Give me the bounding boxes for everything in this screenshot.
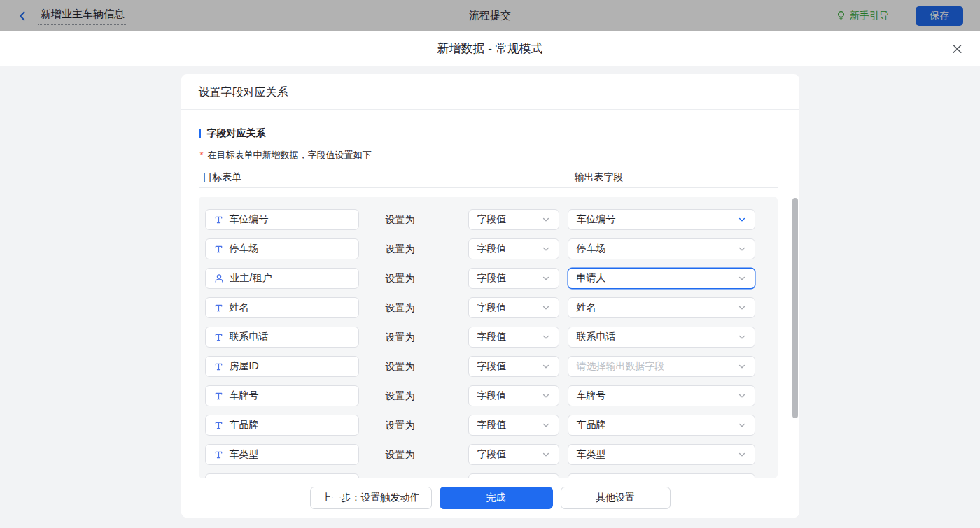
mapping-row: 姓名设置为字段值姓名	[199, 293, 778, 322]
value-type-select[interactable]: 字段值	[468, 238, 559, 259]
output-field-select-value: 车位编号	[577, 213, 616, 226]
value-type-select[interactable]: 字段值	[468, 444, 559, 465]
output-field-select-value: 联系电话	[577, 331, 616, 343]
target-field-label: 业主/租户	[230, 272, 272, 285]
output-field-select[interactable]: 联系电话	[568, 327, 755, 348]
topbar: 新增业主车辆信息 流程提交 新手引导 保存	[0, 0, 980, 31]
output-field-select[interactable]: 车牌号	[568, 385, 755, 406]
card-content: 字段对应关系 * 在目标表单中新增数据，字段值设置如下 目标表单 输出表字段 车…	[181, 128, 799, 478]
text-field-icon	[214, 392, 223, 401]
prev-step-button[interactable]: 上一步：设置触发动作	[310, 487, 432, 509]
output-field-select[interactable]: 车类型	[568, 444, 755, 465]
output-field-select-value: 车类型	[577, 448, 606, 461]
set-as-label: 设置为	[386, 411, 415, 440]
target-field-label: 车品牌	[230, 419, 259, 431]
mapping-row: 业主/租户设置为字段值申请人	[199, 264, 778, 293]
chevron-down-icon	[738, 421, 746, 429]
chevron-down-icon	[738, 245, 746, 253]
chevron-down-icon	[738, 392, 746, 400]
target-field-box[interactable]: 房屋ID	[205, 356, 359, 377]
value-type-select-value: 字段值	[477, 360, 507, 373]
output-field-select[interactable]: 请选择输出数据字段	[568, 356, 755, 377]
set-as-label: 设置为	[386, 234, 415, 264]
target-field-label: 联系电话	[230, 331, 269, 343]
chevron-down-icon	[738, 450, 746, 459]
beginner-guide-link[interactable]: 新手引导	[836, 10, 889, 22]
mapping-row: 联系电话设置为字段值联系电话	[199, 322, 778, 352]
set-as-label: 设置为	[386, 293, 415, 322]
set-as-label: 设置为	[386, 322, 415, 352]
chevron-down-icon	[542, 362, 550, 371]
target-field-box[interactable]: 车牌号	[205, 385, 359, 406]
target-field-box[interactable]: 车品牌	[205, 415, 359, 436]
mapping-row: 车类型设置为字段值车类型	[199, 440, 778, 469]
value-type-select[interactable]: 字段值	[468, 209, 559, 230]
back-button[interactable]	[17, 10, 28, 22]
output-field-select[interactable]: 申请人	[568, 268, 755, 289]
mapping-row: 车牌号设置为字段值车牌号	[199, 381, 778, 411]
chevron-down-icon	[738, 215, 746, 224]
chevron-down-icon	[738, 333, 746, 341]
section-title: 字段对应关系	[207, 127, 266, 140]
close-icon[interactable]	[951, 43, 963, 55]
chevron-left-icon	[17, 10, 28, 22]
value-type-select-value: 字段值	[477, 390, 507, 402]
scrollbar-thumb[interactable]	[792, 198, 798, 418]
mapping-row: 车品牌设置为字段值车品牌	[199, 411, 778, 440]
chevron-down-icon	[738, 274, 746, 283]
output-field-select[interactable]: 停车场	[568, 238, 755, 259]
target-field-label: 姓名	[230, 301, 249, 314]
chevron-down-icon	[542, 245, 550, 253]
target-field-box[interactable]: 联系电话	[205, 327, 359, 348]
output-field-select[interactable]: 姓名	[568, 297, 755, 318]
output-field-select[interactable]: 车位编号	[568, 209, 755, 230]
value-type-select[interactable]: 字段值	[468, 297, 559, 318]
value-type-select[interactable]: 字段值	[468, 415, 559, 436]
value-type-select-value: 字段值	[477, 331, 507, 343]
required-asterisk: *	[200, 150, 204, 160]
target-field-label: 停车场	[230, 243, 259, 255]
text-field-icon	[214, 421, 223, 430]
card-title: 设置字段对应关系	[181, 74, 799, 110]
column-header-divider	[199, 187, 778, 188]
section-accent-bar	[199, 129, 201, 138]
target-field-label: 车类型	[230, 448, 259, 461]
target-field-box[interactable]: 车位编号	[205, 209, 359, 230]
person-icon	[214, 273, 224, 283]
value-type-select[interactable]: 字段值	[468, 327, 559, 348]
finish-button[interactable]: 完成	[440, 487, 553, 509]
target-field-label: 车位编号	[230, 213, 269, 226]
mapping-row: 停车场设置为字段值停车场	[199, 234, 778, 264]
text-field-icon	[214, 450, 223, 459]
target-field-box[interactable]: 停车场	[205, 238, 359, 259]
lightbulb-icon	[836, 10, 846, 21]
chevron-down-icon	[542, 274, 550, 283]
target-field-label: 房屋ID	[230, 360, 259, 373]
value-type-select-value: 字段值	[477, 272, 507, 285]
modal-title: 新增数据 - 常规模式	[437, 41, 542, 57]
text-field-icon	[214, 333, 223, 342]
set-as-label: 设置为	[386, 205, 415, 234]
flow-title[interactable]: 新增业主车辆信息	[38, 6, 127, 25]
set-as-label: 设置为	[386, 381, 415, 411]
value-type-select[interactable]: 字段值	[468, 268, 559, 289]
output-field-select-value: 车品牌	[577, 419, 606, 431]
target-field-box[interactable]: 车类型	[205, 444, 359, 465]
chevron-down-icon	[542, 304, 550, 312]
value-type-select[interactable]: 字段值	[468, 356, 559, 377]
chevron-down-icon	[542, 450, 550, 459]
other-settings-button[interactable]: 其他设置	[561, 487, 671, 509]
target-field-box[interactable]: 业主/租户	[205, 268, 359, 289]
save-button[interactable]: 保存	[916, 6, 963, 26]
topbar-center-title: 流程提交	[469, 9, 511, 22]
chevron-down-icon	[542, 333, 550, 341]
value-type-select-value: 字段值	[477, 419, 507, 431]
mapping-row: 车位编号设置为字段值车位编号	[199, 205, 778, 234]
target-field-box[interactable]: 姓名	[205, 297, 359, 318]
chevron-down-icon	[542, 421, 550, 429]
output-field-select[interactable]: 车品牌	[568, 415, 755, 436]
value-type-select-value: 字段值	[477, 301, 507, 314]
column-header-output-field: 输出表字段	[575, 171, 624, 184]
value-type-select[interactable]: 字段值	[468, 385, 559, 406]
column-header-target-form: 目标表单	[203, 171, 242, 184]
